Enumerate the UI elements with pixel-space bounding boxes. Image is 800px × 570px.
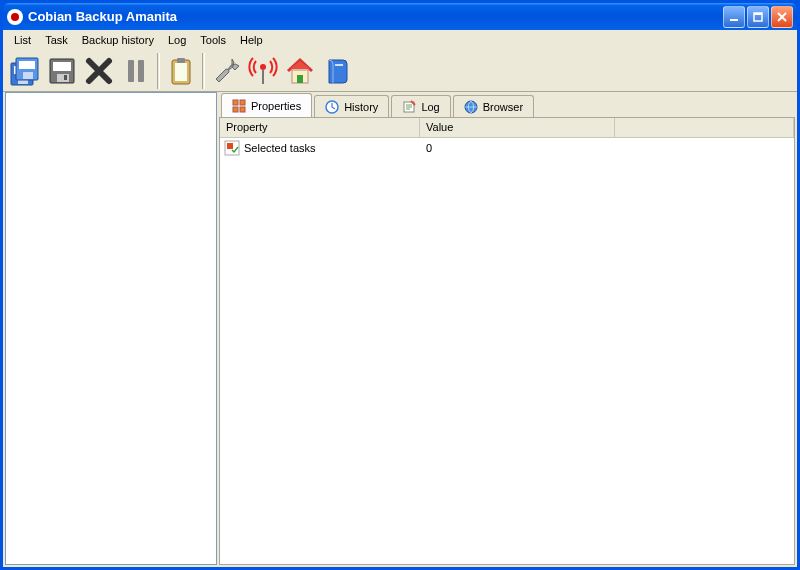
- globe-icon: [464, 100, 478, 114]
- svg-rect-16: [175, 63, 187, 81]
- svg-rect-30: [227, 143, 233, 149]
- tab-strip: Properties History Log Browser: [219, 92, 795, 117]
- minimize-icon: [728, 11, 740, 23]
- svg-rect-8: [23, 72, 33, 79]
- content-area: List Task Backup history Log Tools Help: [3, 30, 797, 567]
- floppy-icon: [46, 55, 78, 87]
- log-icon: [402, 100, 416, 114]
- svg-rect-17: [177, 58, 185, 63]
- window-title: Cobian Backup Amanita: [28, 9, 723, 24]
- tab-label: Browser: [483, 101, 523, 113]
- abort-button[interactable]: [81, 53, 117, 89]
- toolbar: [3, 50, 797, 92]
- toolbar-separator: [202, 53, 205, 89]
- maximize-icon: [752, 11, 764, 23]
- clipboard-button[interactable]: [163, 53, 199, 89]
- properties-icon: [232, 99, 246, 113]
- menu-log[interactable]: Log: [161, 32, 193, 48]
- minimize-button[interactable]: [723, 6, 745, 28]
- tab-properties[interactable]: Properties: [221, 93, 312, 117]
- svg-rect-22: [233, 100, 238, 105]
- menu-list[interactable]: List: [7, 32, 38, 48]
- tab-label: Properties: [251, 100, 301, 112]
- maximize-button[interactable]: [747, 6, 769, 28]
- help-button[interactable]: [319, 53, 355, 89]
- property-label: Selected tasks: [244, 142, 316, 154]
- menu-backup-history[interactable]: Backup history: [75, 32, 161, 48]
- task-icon: [224, 140, 240, 156]
- column-headers: Property Value: [220, 118, 794, 138]
- tab-log[interactable]: Log: [391, 95, 450, 117]
- window-controls: [723, 6, 793, 28]
- remote-button[interactable]: [245, 53, 281, 89]
- svg-rect-13: [128, 60, 134, 82]
- wrench-icon: [210, 55, 242, 87]
- svg-rect-20: [297, 75, 303, 83]
- column-value[interactable]: Value: [420, 118, 615, 138]
- app-window: Cobian Backup Amanita List Task Backup h…: [0, 0, 800, 570]
- menu-task[interactable]: Task: [38, 32, 75, 48]
- menu-tools[interactable]: Tools: [193, 32, 233, 48]
- pause-button[interactable]: [118, 53, 154, 89]
- svg-rect-2: [754, 13, 762, 15]
- clipboard-icon: [165, 55, 197, 87]
- value-cell: 0: [420, 142, 790, 154]
- antenna-icon: [247, 55, 279, 87]
- pause-icon: [120, 55, 152, 87]
- svg-rect-25: [240, 107, 245, 112]
- svg-rect-12: [64, 75, 67, 80]
- floppy-stack-icon: [9, 55, 41, 87]
- property-cell: Selected tasks: [224, 140, 420, 156]
- tab-label: Log: [421, 101, 439, 113]
- svg-rect-0: [730, 19, 738, 21]
- right-pane: Properties History Log Browser: [219, 92, 795, 565]
- menu-help[interactable]: Help: [233, 32, 270, 48]
- home-button[interactable]: [282, 53, 318, 89]
- run-all-button[interactable]: [7, 53, 43, 89]
- titlebar[interactable]: Cobian Backup Amanita: [3, 3, 797, 30]
- svg-rect-24: [233, 107, 238, 112]
- svg-rect-21: [335, 64, 343, 66]
- toolbar-separator: [157, 53, 160, 89]
- svg-rect-10: [53, 62, 71, 71]
- menubar: List Task Backup history Log Tools Help: [3, 30, 797, 50]
- tab-label: History: [344, 101, 378, 113]
- svg-rect-14: [138, 60, 144, 82]
- svg-rect-7: [19, 61, 35, 69]
- close-button[interactable]: [771, 6, 793, 28]
- book-icon: [321, 55, 353, 87]
- task-list-pane[interactable]: [5, 92, 217, 565]
- column-spacer[interactable]: [615, 118, 794, 138]
- close-icon: [776, 11, 788, 23]
- tab-history[interactable]: History: [314, 95, 389, 117]
- options-button[interactable]: [208, 53, 244, 89]
- run-selected-button[interactable]: [44, 53, 80, 89]
- app-icon: [7, 9, 23, 25]
- svg-rect-23: [240, 100, 245, 105]
- home-icon: [284, 55, 316, 87]
- properties-panel: Property Value Selected tasks: [219, 117, 795, 565]
- tab-browser[interactable]: Browser: [453, 95, 534, 117]
- table-row[interactable]: Selected tasks 0: [220, 138, 794, 158]
- x-icon: [83, 55, 115, 87]
- column-property[interactable]: Property: [220, 118, 420, 138]
- main-panel: Properties History Log Browser: [3, 92, 797, 567]
- svg-rect-11: [57, 74, 69, 82]
- clock-icon: [325, 100, 339, 114]
